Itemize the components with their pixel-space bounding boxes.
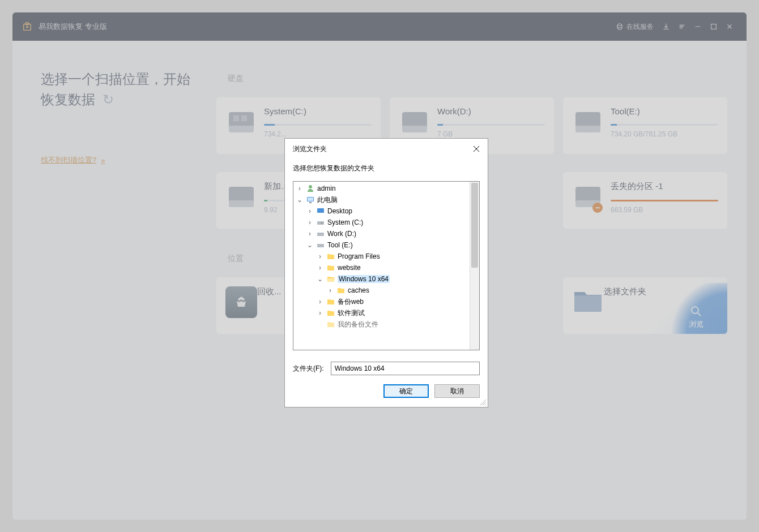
tree-item-win10[interactable]: ⌄Windows 10 x64 <box>293 273 479 285</box>
chevron-right-icon[interactable]: › <box>326 286 334 294</box>
scrollbar[interactable] <box>470 182 479 350</box>
chevron-right-icon[interactable]: › <box>306 218 314 226</box>
svg-rect-19 <box>309 202 312 203</box>
chevron-down-icon[interactable]: ⌄ <box>296 196 304 204</box>
tree-item-tool-e[interactable]: ⌄Tool (E:) <box>293 239 479 251</box>
browse-folder-dialog: 浏览文件夹 选择您想恢复数据的文件夹 ›admin ⌄此电脑 ›Desktop … <box>284 138 488 407</box>
resize-grip-icon[interactable] <box>479 398 487 406</box>
tree-item-admin[interactable]: ›admin <box>293 183 479 194</box>
close-icon[interactable] <box>471 143 482 155</box>
tree-item-desktop[interactable]: ›Desktop <box>293 205 479 217</box>
tree-item-backup-web[interactable]: ›备份web <box>293 296 479 307</box>
dialog-subtitle: 选择您想恢复数据的文件夹 <box>285 158 488 181</box>
svg-rect-20 <box>317 208 324 213</box>
svg-point-16 <box>309 185 312 188</box>
svg-rect-21 <box>317 221 324 225</box>
folder-tree: ›admin ⌄此电脑 ›Desktop ›System (C:) ›Work … <box>293 181 480 350</box>
chevron-down-icon[interactable]: ⌄ <box>306 241 314 249</box>
tree-item-program-files[interactable]: ›Program Files <box>293 251 479 262</box>
folder-field-label: 文件夹(F): <box>293 364 324 374</box>
chevron-right-icon[interactable]: › <box>306 207 314 215</box>
tree-item-caches[interactable]: ›caches <box>293 285 479 296</box>
chevron-right-icon[interactable]: › <box>316 298 324 306</box>
ok-button[interactable]: 确定 <box>383 384 429 398</box>
chevron-right-icon[interactable]: › <box>296 185 304 192</box>
chevron-right-icon[interactable]: › <box>316 264 324 272</box>
app-window: 易我数据恢复 专业版 在线服务 选择一个扫描位置，开始恢复数据 ↻ 找不到扫描位… <box>12 12 747 520</box>
svg-rect-18 <box>308 198 313 201</box>
tree-item-work-d[interactable]: ›Work (D:) <box>293 228 479 239</box>
folder-input[interactable] <box>331 362 480 375</box>
svg-rect-23 <box>317 233 324 236</box>
tree-item-system-c[interactable]: ›System (C:) <box>293 217 479 228</box>
svg-rect-22 <box>321 222 322 224</box>
dialog-title: 浏览文件夹 <box>293 144 327 154</box>
tree-item-my-backup[interactable]: 我的备份文件 <box>293 319 479 330</box>
chevron-right-icon[interactable]: › <box>306 230 314 238</box>
chevron-right-icon[interactable]: › <box>316 252 324 260</box>
tree-item-this-pc[interactable]: ⌄此电脑 <box>293 194 479 205</box>
scrollbar-thumb[interactable] <box>471 183 478 268</box>
tree-item-software-test[interactable]: ›软件测试 <box>293 307 479 319</box>
chevron-down-icon[interactable]: ⌄ <box>316 275 324 283</box>
chevron-right-icon[interactable]: › <box>316 309 324 317</box>
tree-item-website[interactable]: ›website <box>293 262 479 273</box>
cancel-button[interactable]: 取消 <box>434 384 480 398</box>
svg-rect-24 <box>317 244 324 247</box>
